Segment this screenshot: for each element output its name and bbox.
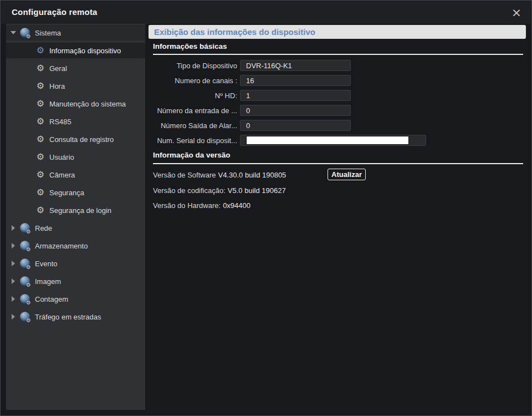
sidebar-item-label: Informação dispositivo	[49, 47, 121, 55]
chevron-right-icon[interactable]	[12, 243, 15, 248]
field-label: Número Saída de Alar...	[153, 121, 237, 130]
sidebar-item-informacao-dispositivo[interactable]: ⚙ Informação dispositivo	[6, 43, 145, 58]
version-label: Versão de codificação:	[153, 186, 226, 195]
sidebar-item-label: Tráfego em estradas	[35, 313, 101, 321]
section-divider	[153, 54, 523, 55]
sidebar-item-contagem[interactable]: ⚙ Contagem	[6, 291, 145, 307]
chevron-right-icon[interactable]	[12, 314, 15, 319]
sidebar-item-label: Evento	[35, 260, 57, 268]
version-label: Versão de Software	[153, 171, 216, 179]
gear-icon: ⚙	[35, 170, 46, 179]
gear-icon: ⚙	[35, 117, 46, 126]
device-type-field: DVR-116Q-K1	[240, 60, 351, 71]
category-globe-gear-icon: ⚙	[20, 28, 30, 38]
sidebar-item-label: Usuário	[49, 153, 74, 161]
sidebar-item-rs485[interactable]: ⚙ RS485	[6, 114, 145, 129]
device-info-panel: Exibição das informações do dispositivo …	[149, 24, 526, 410]
title-bar: Configuração remota ×	[1, 1, 531, 24]
software-version-value: V4.30.0 build 190805	[218, 171, 286, 179]
sidebar-item-label: Câmera	[49, 171, 75, 179]
chevron-right-icon[interactable]	[12, 296, 15, 302]
close-icon[interactable]: ×	[509, 4, 524, 21]
category-globe-gear-icon: ⚙	[20, 312, 30, 322]
field-alarm-input-count: Número da entrada de ... 0	[153, 105, 526, 116]
sidebar-item-armazenamento[interactable]: ⚙ Armazenamento	[6, 238, 145, 253]
gear-icon: ⚙	[35, 82, 46, 90]
update-button[interactable]: Atualizar	[328, 169, 366, 180]
sidebar-item-manutencao[interactable]: ⚙ Manutenção do sistema	[6, 96, 145, 111]
gear-icon: ⚙	[35, 188, 46, 197]
chevron-down-icon[interactable]	[11, 31, 16, 34]
sidebar-item-label: RS485	[49, 118, 71, 126]
sidebar-item-camera[interactable]: ⚙ Câmera	[6, 167, 145, 182]
section-divider	[153, 163, 523, 164]
category-globe-gear-icon: ⚙	[20, 241, 30, 251]
alarm-output-count-field: 0	[240, 120, 351, 131]
window-title: Configuração remota	[12, 7, 98, 17]
chevron-right-icon[interactable]	[12, 225, 15, 231]
settings-tree: ⚙ Sistema ⚙ Informação dispositivo ⚙ Ger…	[6, 24, 145, 410]
field-label: Nº HD:	[153, 92, 237, 100]
page-title: Exibição das informações do dispositivo	[149, 25, 526, 39]
sidebar-item-rede[interactable]: ⚙ Rede	[6, 220, 145, 236]
section-title-version-info: Informação da versão	[153, 151, 231, 159]
chevron-right-icon[interactable]	[12, 278, 15, 284]
field-alarm-output-count: Número Saída de Alar... 0	[153, 120, 526, 131]
sidebar-item-seguranca[interactable]: ⚙ Segurança	[6, 185, 145, 200]
sidebar-item-evento[interactable]: ⚙ Evento	[6, 256, 145, 271]
gear-icon: ⚙	[35, 135, 46, 144]
gear-icon: ⚙	[35, 46, 46, 55]
version-label: Versão do Hardware:	[153, 201, 221, 210]
sidebar-item-label: Hora	[49, 82, 65, 90]
sidebar-item-label: Segurança de login	[49, 206, 111, 215]
sidebar-item-sistema[interactable]: ⚙ Sistema	[6, 25, 145, 40]
sidebar-item-label: Segurança	[49, 189, 84, 197]
sidebar-item-hora[interactable]: ⚙ Hora	[6, 78, 145, 94]
sidebar-item-label: Manutenção do sistema	[49, 100, 126, 108]
sidebar-item-label: Geral	[49, 64, 67, 73]
channel-count-field: 16	[240, 75, 351, 86]
category-globe-gear-icon: ⚙	[20, 294, 30, 304]
sidebar-item-label: Imagem	[35, 277, 61, 286]
sidebar-item-label: Consulta de registro	[49, 135, 114, 144]
sidebar-item-imagem[interactable]: ⚙ Imagem	[6, 273, 145, 289]
row-hardware-version: Versão do Hardware: 0x94400	[153, 200, 526, 211]
hd-count-field: 1	[240, 90, 351, 101]
field-channel-count: Numero de canais : 16	[153, 75, 526, 86]
serial-number-field	[240, 135, 426, 146]
field-label: Num. Serial do disposit...	[153, 136, 237, 145]
sidebar-item-trafego-estradas[interactable]: ⚙ Tráfego em estradas	[6, 309, 145, 324]
gear-icon: ⚙	[35, 153, 46, 161]
row-encoding-version: Versão de codificação: V5.0 build 190627	[153, 185, 526, 196]
section-title-basic-info: Informações básicas	[153, 42, 227, 50]
encoding-version-value: V5.0 build 190627	[228, 186, 286, 195]
category-globe-gear-icon: ⚙	[20, 276, 30, 286]
sidebar-item-usuario[interactable]: ⚙ Usuário	[6, 149, 145, 165]
gear-icon: ⚙	[35, 99, 46, 108]
sidebar-item-label: Sistema	[35, 29, 61, 37]
hardware-version-value: 0x94400	[223, 201, 250, 210]
sidebar-item-geral[interactable]: ⚙ Geral	[6, 60, 145, 76]
sidebar-item-label: Rede	[35, 224, 52, 232]
field-label: Número da entrada de ...	[153, 106, 237, 115]
category-globe-gear-icon: ⚙	[20, 258, 30, 268]
serial-redaction-box	[246, 136, 409, 145]
field-label: Tipo de Dispositivo	[153, 62, 237, 70]
gear-icon: ⚙	[35, 206, 46, 215]
gear-icon: ⚙	[35, 64, 46, 73]
field-label: Numero de canais :	[153, 77, 237, 85]
chevron-right-icon[interactable]	[12, 261, 15, 266]
sidebar-item-consulta-registro[interactable]: ⚙ Consulta de registro	[6, 131, 145, 147]
sidebar-item-seguranca-login[interactable]: ⚙ Segurança de login	[6, 202, 145, 218]
sidebar-item-label: Armazenamento	[35, 242, 88, 250]
row-software-version: Versão de Software V4.30.0 build 190805 …	[153, 169, 526, 180]
field-device-type: Tipo de Dispositivo DVR-116Q-K1	[153, 60, 526, 71]
sidebar-item-label: Contagem	[35, 295, 68, 303]
remote-config-window: Configuração remota × ⚙ Sistema ⚙ Inform…	[0, 0, 532, 416]
field-hd-count: Nº HD: 1	[153, 90, 526, 101]
alarm-input-count-field: 0	[240, 105, 351, 116]
category-globe-gear-icon: ⚙	[20, 223, 30, 233]
field-serial-number: Num. Serial do disposit...	[153, 135, 526, 146]
